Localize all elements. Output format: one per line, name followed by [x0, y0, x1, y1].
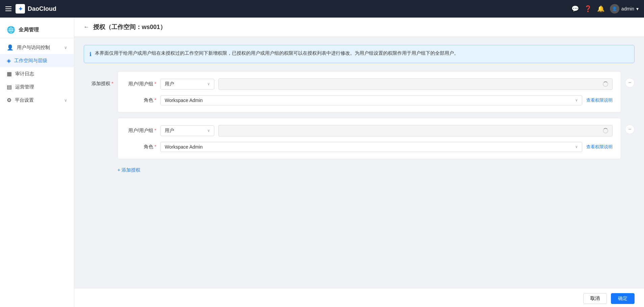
sidebar-item-user-access[interactable]: 👤 用户与访问控制 ∨: [0, 41, 74, 54]
main-content: ← 授权（工作空间：ws001） ℹ 本界面仅用于给用户或用户组在未授权过的工作…: [74, 18, 644, 307]
avatar: 👤: [610, 4, 619, 14]
section-label: 添加授权: [91, 81, 110, 86]
message-icon[interactable]: 💬: [571, 5, 579, 12]
remove-auth-button-2[interactable]: −: [625, 125, 635, 134]
view-perm-link-1[interactable]: 查看权限说明: [586, 97, 613, 103]
chevron-down-icon: ∨: [575, 145, 578, 149]
info-banner: ℹ 本界面仅用于给用户或用户组在未授权过的工作空间下新增权限，已授权的用户或用户…: [84, 45, 635, 63]
username: admin: [621, 6, 634, 11]
auth-block-2-wrapper: 用户/用户组 * 用户 ∨: [117, 118, 635, 159]
sidebar-item-label: 用户与访问控制: [17, 45, 61, 51]
help-icon[interactable]: ❓: [584, 5, 592, 12]
page-header: ← 授权（工作空间：ws001）: [74, 18, 644, 37]
settings-icon: ⚙: [7, 97, 11, 103]
info-icon: ℹ: [89, 50, 91, 59]
auth-block-2: 用户/用户组 * 用户 ∨: [117, 118, 621, 159]
role-value-1: Workspace Admin: [165, 98, 203, 103]
user-type-select-1[interactable]: 用户 ∨: [160, 79, 214, 89]
minus-icon: −: [628, 127, 631, 132]
topnav-left: ✦ DaoCloud: [5, 4, 56, 14]
user-search-input-2[interactable]: [218, 125, 613, 136]
chevron-down-icon: ∨: [207, 82, 210, 86]
role-label-2: 角色 *: [126, 144, 156, 150]
page-body: ℹ 本界面仅用于给用户或用户组在未授权过的工作空间下新增权限，已授权的用户或用户…: [74, 37, 644, 288]
sidebar-item-label: 平台设置: [15, 97, 61, 103]
role-select-1[interactable]: Workspace Admin ∨: [160, 95, 582, 105]
user-group-row-2: 用户/用户组 * 用户 ∨: [126, 125, 613, 136]
logo-icon: ✦: [16, 4, 25, 14]
auth-block-1: 用户/用户组 * 用户 ∨: [117, 71, 621, 112]
user-search-input-1[interactable]: [218, 78, 613, 90]
user-group-label-2: 用户/用户组 *: [126, 128, 156, 134]
chevron-down-icon: ∨: [64, 45, 67, 50]
user-group-label-1: 用户/用户组 *: [126, 81, 156, 87]
workspace-icon: ◈: [7, 57, 11, 64]
required-star: *: [155, 97, 156, 103]
user-access-icon: 👤: [7, 44, 14, 51]
chevron-down-icon: ∨: [207, 128, 210, 133]
sidebar-item-label: 运营管理: [15, 84, 67, 90]
operations-icon: ▤: [7, 84, 12, 90]
sidebar: 🌐 全局管理 👤 用户与访问控制 ∨ ◈ 工作空间与层级 ▦ 审计日志 ▤ 运营…: [0, 18, 74, 307]
bell-icon[interactable]: 🔔: [597, 5, 605, 12]
cancel-button[interactable]: 取消: [583, 293, 607, 304]
role-row-1: 角色 * Workspace Admin ∨: [126, 95, 613, 105]
user-type-value-2: 用户: [165, 128, 174, 134]
user-type-value-1: 用户: [165, 81, 174, 87]
user-group-control-2: 用户 ∨: [160, 125, 613, 136]
form-area: 添加授权 * 用户/用户组: [84, 71, 635, 176]
user-group-row-1: 用户/用户组 * 用户 ∨: [126, 78, 613, 90]
topnav: ✦ DaoCloud 💬 ❓ 🔔 👤 admin ▾: [0, 0, 644, 18]
user-chevron: ▾: [636, 6, 639, 11]
chevron-down-icon: ∨: [575, 98, 578, 102]
sidebar-item-label: 审计日志: [15, 71, 67, 77]
add-auth-row: + 添加授权: [117, 164, 635, 176]
audit-log-icon: ▦: [7, 71, 12, 77]
role-control-2: Workspace Admin ∨ 查看权限说明: [160, 142, 613, 152]
required-star: *: [155, 128, 156, 133]
topnav-right: 💬 ❓ 🔔 👤 admin ▾: [571, 4, 639, 14]
role-select-2[interactable]: Workspace Admin ∨: [160, 142, 582, 152]
auth-blocks-container: 用户/用户组 * 用户 ∨: [117, 71, 635, 176]
sidebar-item-operations[interactable]: ▤ 运营管理: [0, 80, 74, 94]
sidebar-item-platform-settings[interactable]: ⚙ 平台设置 ∨: [0, 94, 74, 107]
sidebar-item-label: 工作空间与层级: [14, 58, 67, 64]
chevron-down-icon: ∨: [64, 98, 67, 103]
required-mark: *: [112, 81, 113, 86]
role-label-1: 角色 *: [126, 97, 156, 103]
confirm-button[interactable]: 确定: [611, 293, 635, 304]
info-text: 本界面仅用于给用户或用户组在未授权过的工作空间下新增权限，已授权的用户或用户组的…: [95, 49, 459, 57]
role-value-2: Workspace Admin: [165, 144, 203, 150]
page-title: 授权（工作空间：ws001）: [93, 23, 166, 31]
required-star: *: [155, 81, 156, 86]
remove-auth-button-1[interactable]: −: [625, 78, 635, 87]
user-type-select-2[interactable]: 用户 ∨: [160, 125, 214, 136]
layout: 🌐 全局管理 👤 用户与访问控制 ∨ ◈ 工作空间与层级 ▦ 审计日志 ▤ 运营…: [0, 18, 644, 307]
sidebar-item-audit-log[interactable]: ▦ 审计日志: [0, 67, 74, 80]
role-row-2: 角色 * Workspace Admin ∨: [126, 142, 613, 152]
sidebar-item-workspace-hierarchy[interactable]: ◈ 工作空间与层级: [0, 54, 74, 67]
view-perm-link-2[interactable]: 查看权限说明: [586, 144, 613, 150]
user-group-control-1: 用户 ∨: [160, 78, 613, 90]
menu-toggle-button[interactable]: [5, 6, 11, 11]
logo-text: DaoCloud: [28, 5, 56, 12]
required-star: *: [155, 144, 156, 149]
sidebar-global-section: 🌐 全局管理: [0, 22, 74, 38]
logo: ✦ DaoCloud: [16, 4, 56, 14]
role-control-1: Workspace Admin ∨ 查看权限说明: [160, 95, 613, 105]
minus-icon: −: [628, 80, 631, 85]
add-auth-button[interactable]: + 添加授权: [117, 167, 635, 173]
user-menu[interactable]: 👤 admin ▾: [610, 4, 639, 14]
loading-spinner: [603, 128, 608, 133]
auth-block-1-wrapper: 用户/用户组 * 用户 ∨: [117, 71, 635, 112]
loading-spinner: [603, 81, 608, 87]
sidebar-global-label: 全局管理: [19, 27, 39, 33]
footer: 取消 确定: [74, 288, 644, 307]
globe-icon: 🌐: [7, 26, 15, 34]
back-button[interactable]: ←: [84, 24, 89, 30]
